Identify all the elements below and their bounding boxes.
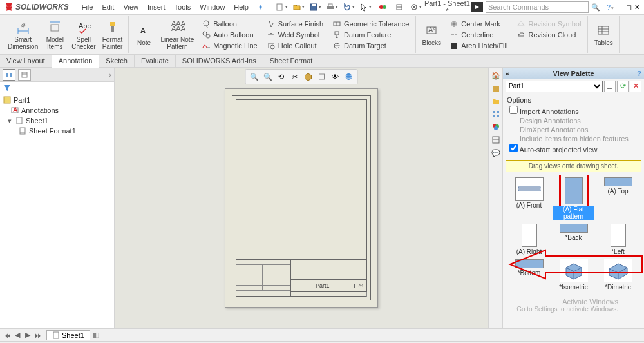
- revision-cloud-button[interactable]: Revision Cloud: [515, 30, 582, 40]
- undo-button[interactable]: [342, 1, 356, 14]
- model-items-button[interactable]: Model Items: [42, 16, 68, 53]
- tab-view-layout[interactable]: View Layout: [0, 55, 52, 67]
- drawing-sheet[interactable]: Part1 A4: [225, 88, 378, 308]
- tree-annotations[interactable]: A Annotations: [3, 105, 111, 115]
- new-button[interactable]: [275, 1, 289, 14]
- auto-balloon-button[interactable]: Auto Balloon: [200, 30, 259, 40]
- tree-tab-feature-icon[interactable]: [3, 69, 15, 81]
- linear-note-pattern-button[interactable]: AAAAAALinear Note Pattern: [158, 16, 197, 53]
- appearances-icon[interactable]: [490, 121, 502, 133]
- smart-dimension-button[interactable]: ⌀Smart Dimension: [5, 16, 41, 53]
- tables-button[interactable]: Tables: [591, 16, 616, 53]
- view-dimetric[interactable]: *Dimetric: [598, 259, 639, 291]
- custom-props-icon[interactable]: [490, 134, 502, 146]
- forum-icon[interactable]: 💬: [490, 147, 502, 159]
- design-library-icon[interactable]: [490, 83, 502, 94]
- view-top[interactable]: (A) Top: [598, 177, 639, 220]
- minimize-button[interactable]: —: [616, 3, 623, 11]
- tree-tab-property-icon[interactable]: [18, 69, 31, 81]
- menu-view[interactable]: View: [119, 2, 142, 13]
- view-isometric[interactable]: *Isometric: [553, 259, 594, 291]
- tree-expand-icon[interactable]: ›: [109, 71, 111, 79]
- datum-feature-button[interactable]: Datum Feature: [331, 30, 410, 40]
- tree-sheet1[interactable]: ▾ Sheet1: [3, 115, 111, 126]
- tab-annotation[interactable]: Annotation: [52, 55, 100, 68]
- scene-icon[interactable]: [343, 71, 355, 83]
- select-button[interactable]: [359, 1, 373, 14]
- opt-import-annotations[interactable]: Import Annotations: [507, 105, 640, 116]
- file-explorer-icon[interactable]: [490, 95, 502, 107]
- display-style-icon[interactable]: [316, 71, 328, 83]
- format-painter-button[interactable]: Format Painter: [100, 16, 126, 53]
- tab-sketch[interactable]: Sketch: [99, 55, 135, 67]
- zoom-prev-icon[interactable]: ⟲: [276, 71, 287, 83]
- sheet-prev-icon[interactable]: ◀: [13, 331, 22, 340]
- doc-minimize-button[interactable]: —: [634, 17, 640, 24]
- geometric-tolerance-button[interactable]: Geometric Tolerance: [331, 19, 410, 29]
- menu-edit[interactable]: Edit: [98, 2, 118, 13]
- menu-help[interactable]: Help: [230, 2, 252, 13]
- view-palette-icon[interactable]: [490, 108, 502, 120]
- area-hatch-button[interactable]: Area Hatch/Fill: [448, 41, 509, 51]
- center-mark-button[interactable]: Center Mark: [448, 19, 509, 29]
- zoom-area-icon[interactable]: 🔍: [262, 71, 274, 83]
- save-button[interactable]: [308, 1, 323, 14]
- revision-symbol-button[interactable]: Revision Symbol: [515, 19, 582, 29]
- home-icon[interactable]: 🏠: [490, 70, 502, 81]
- print-button[interactable]: [325, 1, 339, 14]
- filter-icon[interactable]: [3, 83, 12, 92]
- palette-part-select[interactable]: Part1: [506, 81, 603, 92]
- palette-refresh-button[interactable]: ⟳: [617, 81, 629, 92]
- sheet-last-icon[interactable]: ⏭: [33, 331, 43, 340]
- view-front[interactable]: (A) Front: [509, 177, 550, 220]
- sheet-next-icon[interactable]: ▶: [23, 331, 32, 340]
- hide-show-icon[interactable]: 👁: [330, 71, 341, 83]
- tab-addins[interactable]: SOLIDWORKS Add-Ins: [176, 55, 263, 67]
- close-button[interactable]: ✕: [634, 3, 640, 12]
- view-right[interactable]: (A) Right: [509, 224, 550, 255]
- menu-pin-icon[interactable]: ✶: [254, 2, 267, 13]
- menu-insert[interactable]: Insert: [144, 2, 169, 13]
- view-left[interactable]: *Left: [598, 224, 639, 255]
- open-button[interactable]: [292, 1, 306, 14]
- opt-autostart[interactable]: Auto-start projected view: [507, 143, 640, 154]
- tree-sheet-format1[interactable]: Sheet Format1: [3, 126, 111, 136]
- zoom-fit-icon[interactable]: 🔍: [249, 71, 260, 83]
- rebuild-button[interactable]: [392, 1, 406, 14]
- palette-collapse-icon[interactable]: «: [506, 70, 509, 77]
- blocks-button[interactable]: A°Blocks: [419, 16, 444, 53]
- sheet-first-icon[interactable]: ⏮: [3, 331, 12, 340]
- palette-close-button[interactable]: ✕: [630, 81, 641, 92]
- view-bottom[interactable]: *Bottom: [509, 259, 550, 291]
- tab-evaluate[interactable]: Evaluate: [135, 55, 176, 67]
- spell-checker-button[interactable]: AbcSpell Checker: [69, 16, 98, 53]
- hole-callout-button[interactable]: Hole Callout: [265, 41, 325, 51]
- balloon-button[interactable]: Balloon: [200, 19, 259, 29]
- centerline-button[interactable]: Centerline: [448, 30, 509, 40]
- drawing-canvas[interactable]: 🔍 🔍 ⟲ ✂ 👁: [115, 68, 488, 328]
- menu-window[interactable]: Window: [196, 2, 229, 13]
- menu-tools[interactable]: Tools: [171, 2, 195, 13]
- surface-finish-button[interactable]: Surface Finish: [265, 19, 325, 29]
- search-icon[interactable]: 🔍: [591, 3, 600, 12]
- add-sheet-icon[interactable]: ◧: [93, 331, 99, 339]
- view-orient-icon[interactable]: [303, 71, 314, 83]
- search-commands-input[interactable]: Search Commands: [486, 1, 589, 13]
- note-button[interactable]: ANote: [131, 16, 157, 53]
- options-button[interactable]: [409, 1, 423, 14]
- restore-button[interactable]: ◻: [626, 3, 632, 12]
- sheet-tab-sheet1[interactable]: Sheet1: [46, 330, 90, 340]
- tab-sheet-format[interactable]: Sheet Format: [263, 55, 320, 67]
- section-icon[interactable]: ✂: [289, 71, 301, 83]
- view-flat-pattern[interactable]: (A) Flat pattern: [553, 177, 594, 220]
- datum-target-button[interactable]: Datum Target: [331, 41, 410, 51]
- palette-help-icon[interactable]: ?: [637, 70, 641, 77]
- view-back[interactable]: *Back: [553, 224, 594, 255]
- magnetic-line-button[interactable]: Magnetic Line: [200, 41, 259, 51]
- palette-browse-button[interactable]: ...: [604, 81, 616, 92]
- help-icon[interactable]: ?: [607, 3, 614, 11]
- search-launch-icon[interactable]: [471, 2, 483, 12]
- menu-file[interactable]: File: [78, 2, 97, 13]
- tree-root[interactable]: Part1: [3, 95, 111, 105]
- weld-symbol-button[interactable]: Weld Symbol: [265, 30, 325, 40]
